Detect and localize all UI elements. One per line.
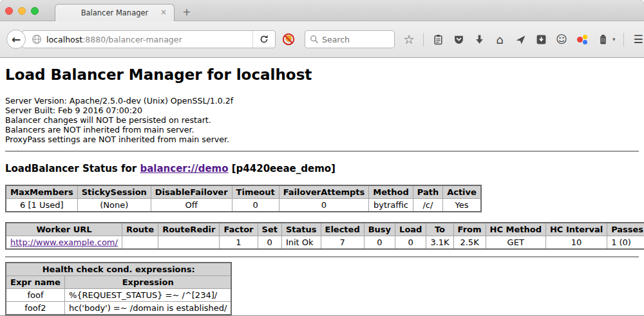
table-header-cell: Timeout — [232, 185, 279, 199]
pocket-icon[interactable] — [452, 33, 465, 46]
table-header-cell: Path — [413, 185, 442, 199]
table-header-cell: Expression — [64, 276, 231, 289]
table-header-cell: DisableFailover — [151, 185, 232, 199]
table-cell: 0 — [364, 236, 395, 250]
server-info: Server Version: Apache/2.5.0-dev (Unix) … — [5, 96, 639, 144]
worker-status-table: Worker URL Route RouteRedir Factor Set S… — [5, 222, 644, 250]
url-bar[interactable]: localhost:8880/balancer-manager — [22, 30, 276, 48]
toolbar-separator — [423, 33, 424, 46]
persist-notice-line: Balancer changes will NOT be persisted o… — [5, 115, 639, 125]
table-header-cell: Load — [395, 223, 426, 236]
toolbar-buttons: ☆ ⌂ — [402, 33, 644, 46]
url-domain: localhost — [46, 35, 82, 44]
health-table-title: Health check cond. expressions: — [6, 263, 231, 276]
table-row: foof %{REQUEST_STATUS} =~ /^[234]/ — [6, 289, 231, 302]
table-header-cell: Route — [122, 223, 158, 236]
send-plane-icon[interactable] — [514, 33, 527, 46]
divider — [5, 151, 639, 152]
toolbar-separator — [623, 33, 624, 46]
back-button[interactable]: ← — [6, 30, 26, 49]
table-cell: 3.1K — [426, 236, 453, 250]
search-input[interactable] — [322, 35, 390, 44]
table-header-cell: Busy — [364, 223, 395, 236]
chevron-down-icon[interactable]: ▾ — [612, 36, 616, 42]
container-icon[interactable] — [596, 33, 609, 46]
worker-url-cell: http://www.example.com/ — [6, 236, 122, 250]
loadbalancer-status-heading: LoadBalancer Status for balancer://demo … — [5, 163, 639, 174]
table-cell: 0 — [279, 199, 369, 212]
titlebar: Balancer Manager × + — [0, 0, 644, 21]
smiley-icon[interactable]: ☺ — [555, 33, 568, 46]
table-header-cell: Active — [443, 185, 481, 199]
table-cell: GET — [486, 236, 545, 250]
inherit-notice-line: Balancers are NOT inherited from main se… — [5, 125, 639, 135]
table-header-cell: Factor — [220, 223, 258, 236]
table-header-cell: MaxMembers — [6, 185, 77, 199]
tab-title: Balancer Manager — [81, 8, 149, 17]
table-header-cell: FailoverAttempts — [279, 185, 369, 199]
table-header-cell: StickySession — [77, 185, 151, 199]
table-header-cell: Status — [281, 223, 321, 236]
table-header-row: Expr name Expression — [6, 276, 231, 289]
balancer-demo-link[interactable]: balancer://demo — [140, 163, 228, 174]
health-check-table: Health check cond. expressions: Expr nam… — [5, 262, 232, 315]
bookmark-star-icon[interactable]: ☆ — [402, 33, 415, 46]
content-blocker-icon[interactable] — [281, 32, 296, 46]
home-icon[interactable]: ⌂ — [493, 33, 506, 46]
table-row: foof2 hc('body') =~ /domain is establish… — [6, 302, 231, 315]
worker-status-cell: Init Ok — [281, 236, 321, 250]
table-cell: 1 (0) — [607, 236, 644, 250]
table-cell: bytraffic — [369, 199, 413, 212]
expression-cell: %{REQUEST_STATUS} =~ /^[234]/ — [64, 289, 231, 302]
table-cell: 7 — [321, 236, 364, 250]
table-header-cell: From — [453, 223, 486, 236]
table-header-cell: To — [426, 223, 453, 236]
heading-prefix: LoadBalancer Status for — [5, 163, 140, 174]
table-header-cell: HC Interval — [545, 223, 607, 236]
tab-close-icon[interactable]: × — [159, 8, 168, 17]
window-controls — [5, 7, 39, 15]
table-cell: 1 — [220, 236, 258, 250]
table-cell: /c/ — [413, 199, 442, 212]
table-row: http://www.example.com/ 1 0 Init Ok 7 0 … — [6, 236, 644, 250]
navigation-toolbar: ← localhost:8880/balancer-manager — [0, 21, 644, 58]
tab-balancer-manager[interactable]: Balancer Manager × — [55, 4, 175, 21]
browser-window: Balancer Manager × + ← localhost:8880/ba… — [0, 0, 644, 316]
table-cell: 0 — [395, 236, 426, 250]
colored-dots-extension-icon[interactable] — [576, 33, 589, 46]
download-box-icon[interactable] — [535, 33, 547, 46]
expr-name-cell: foof — [6, 289, 64, 302]
hamburger-menu-icon[interactable]: ☰ — [632, 33, 644, 46]
close-window-button[interactable] — [5, 7, 13, 15]
worker-url-link[interactable]: http://www.example.com/ — [10, 237, 118, 247]
clipboard-icon[interactable] — [431, 33, 444, 46]
table-cell — [122, 236, 158, 250]
table-cell: Off — [151, 199, 232, 212]
table-header-cell: Passes — [607, 223, 644, 236]
reload-button[interactable] — [253, 30, 275, 48]
proxypass-notice-line: ProxyPass settings are NOT inherited fro… — [5, 135, 639, 144]
expression-cell: hc('body') =~ /domain is established/ — [64, 302, 231, 315]
table-cell: 0 — [258, 236, 281, 250]
table-cell: Yes — [443, 199, 481, 212]
zoom-window-button[interactable] — [31, 7, 39, 15]
page-title: Load Balancer Manager for localhost — [5, 58, 639, 83]
minimize-window-button[interactable] — [18, 7, 26, 15]
expr-name-cell: foof2 — [6, 302, 64, 315]
table-cell: (None) — [77, 199, 151, 212]
server-built-line: Server Built: Feb 9 2016 07:00:20 — [5, 106, 639, 115]
site-identity-globe-icon[interactable] — [32, 34, 42, 44]
new-tab-button[interactable]: + — [180, 6, 193, 19]
download-arrow-icon[interactable] — [473, 33, 486, 46]
table-cell — [158, 236, 220, 250]
balancer-settings-table: MaxMembers StickySession DisableFailover… — [5, 185, 482, 212]
search-bar[interactable] — [305, 30, 395, 48]
table-header-cell: Elected — [321, 223, 364, 236]
table-header-cell: Method — [369, 185, 413, 199]
search-icon — [310, 35, 319, 44]
table-header-cell: Expr name — [6, 276, 64, 289]
url-path: :8880/balancer-manager — [82, 35, 182, 44]
table-header-row: MaxMembers StickySession DisableFailover… — [6, 185, 481, 199]
url-text[interactable]: localhost:8880/balancer-manager — [46, 35, 252, 44]
table-row: 6 [1 Used] (None) Off 0 0 bytraffic /c/ … — [6, 199, 481, 212]
